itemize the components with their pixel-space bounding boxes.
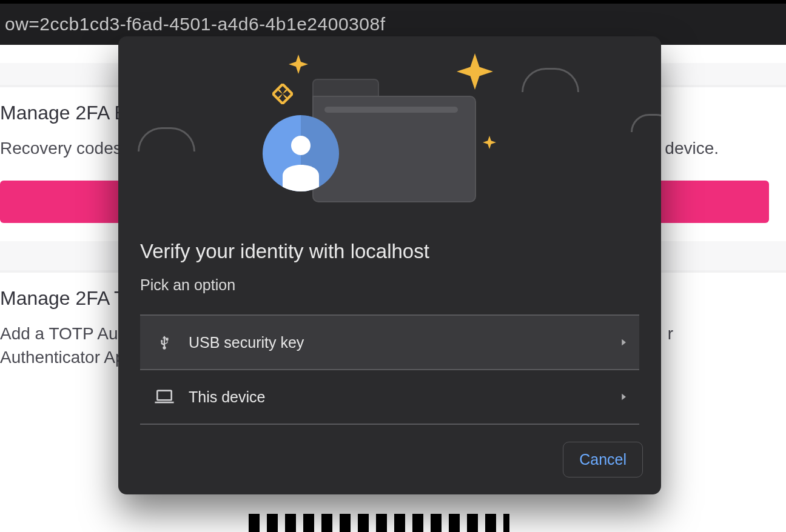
sparkle-icon (457, 53, 493, 90)
qr-code-fragment (249, 514, 509, 532)
svg-point-0 (291, 136, 311, 155)
avatar-icon (263, 115, 339, 191)
option-label: USB security key (178, 334, 619, 351)
totp-line1-right: r (668, 322, 673, 345)
folder-illustration (312, 79, 476, 200)
dialog-subtitle: Pick an option (140, 276, 639, 294)
cloud-icon (631, 114, 661, 132)
chevron-right-icon (619, 388, 628, 406)
sparkle-icon (272, 84, 293, 104)
option-this-device[interactable]: This device (140, 370, 639, 425)
webauthn-dialog: Verify your identity with localhost Pick… (118, 36, 661, 494)
dialog-hero (118, 36, 661, 218)
backup-desc-left: Recovery codes (0, 139, 122, 158)
auth-options: USB security key This device (140, 314, 639, 425)
chevron-right-icon (619, 334, 628, 351)
backup-desc-right: device. (665, 139, 719, 158)
svg-rect-2 (157, 391, 171, 401)
totp-line2-left: Authenticator Ap (0, 348, 124, 367)
sparkle-icon (483, 136, 496, 149)
usb-icon (151, 333, 178, 352)
laptop-icon (151, 389, 178, 405)
cancel-button[interactable]: Cancel (563, 442, 643, 477)
option-label: This device (178, 388, 619, 406)
url-fragment: ow=2ccb1cd3-f6ad-4501-a4d6-4b1e2400308f (0, 14, 390, 35)
cloud-icon (522, 68, 579, 92)
dialog-title: Verify your identity with localhost (140, 240, 639, 263)
sparkle-icon (289, 55, 308, 74)
cloud-icon (138, 127, 195, 151)
totp-line1-left: Add a TOTP Auth (0, 322, 132, 345)
option-usb-security-key[interactable]: USB security key (140, 316, 639, 370)
